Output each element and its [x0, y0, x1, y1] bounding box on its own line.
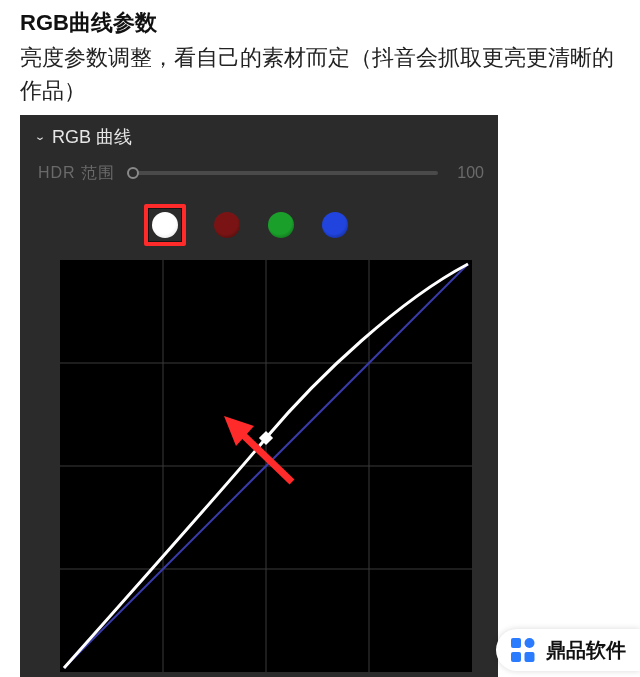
hdr-range-row: HDR 范围 100 — [34, 159, 484, 200]
hdr-range-label: HDR 范围 — [38, 163, 115, 184]
channel-red-button[interactable] — [214, 212, 240, 238]
svg-rect-8 — [511, 638, 521, 648]
white-circle-icon — [152, 212, 178, 238]
rgb-curves-panel: ⌄ RGB 曲线 HDR 范围 100 — [20, 115, 498, 677]
article-description: 亮度参数调整，看自己的素材而定（抖音会抓取更亮更清晰的作品） — [20, 41, 620, 107]
curve-svg — [60, 260, 472, 672]
slider-thumb[interactable] — [127, 167, 139, 179]
branding-badge[interactable]: 鼎品软件 — [496, 629, 640, 671]
article-title: RGB曲线参数 — [20, 8, 620, 39]
panel-title: RGB 曲线 — [52, 125, 132, 149]
panel-header[interactable]: ⌄ RGB 曲线 — [34, 123, 484, 159]
channel-selector — [34, 200, 484, 260]
curve-editor[interactable] — [60, 260, 472, 672]
chevron-down-icon: ⌄ — [34, 131, 46, 142]
svg-point-9 — [525, 638, 535, 648]
hdr-range-slider[interactable] — [131, 171, 438, 175]
channel-white-button[interactable] — [144, 204, 186, 246]
hdr-range-value: 100 — [452, 164, 484, 182]
brand-logo-icon — [508, 635, 538, 665]
channel-green-button[interactable] — [268, 212, 294, 238]
channel-blue-button[interactable] — [322, 212, 348, 238]
svg-rect-11 — [525, 652, 535, 662]
svg-rect-10 — [511, 652, 521, 662]
brand-name: 鼎品软件 — [546, 637, 626, 664]
